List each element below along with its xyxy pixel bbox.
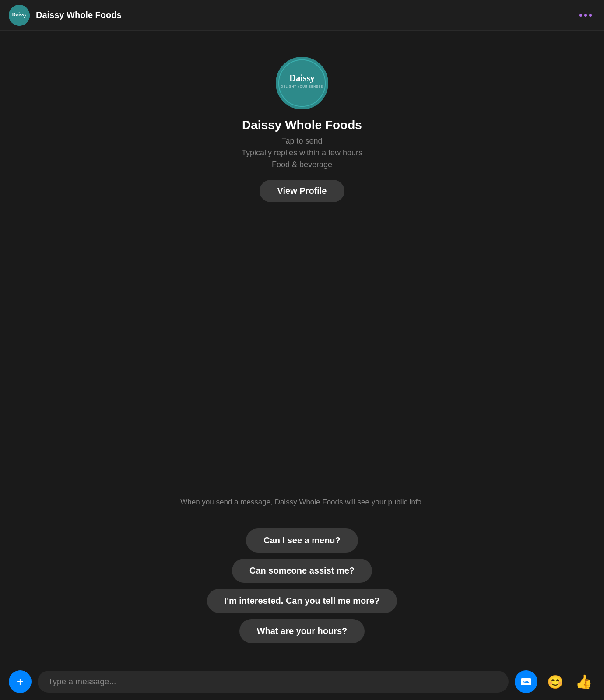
quick-reply-hours[interactable]: What are your hours? [239,619,365,643]
bottom-section: When you send a message, Daissy Whole Fo… [0,489,604,656]
svg-text:Daissy: Daissy [289,73,315,83]
profile-name: Daissy Whole Foods [242,118,362,132]
profile-avatar: Daissy DELIGHT YOUR SENSES [276,57,328,109]
gif-button[interactable]: GIF [515,670,537,693]
svg-text:GIF: GIF [523,680,530,684]
svg-text:Daissy: Daissy [12,11,26,18]
header-title: Daissy Whole Foods [36,10,122,20]
dot-icon [589,14,592,17]
quick-reply-assist[interactable]: Can someone assist me? [232,559,372,583]
avatar[interactable]: Daissy [9,5,30,26]
header-left: Daissy Daissy Whole Foods [9,5,122,26]
profile-category: Food & beverage [272,160,332,169]
view-profile-button[interactable]: View Profile [260,180,344,202]
quick-replies: Can I see a menu? Can someone assist me?… [0,524,604,656]
input-icons: GIF 😊 👍 [515,670,595,693]
dot-icon [579,14,582,17]
quick-reply-interested[interactable]: I'm interested. Can you tell me more? [207,589,397,613]
dot-icon [584,14,587,17]
header: Daissy Daissy Whole Foods [0,0,604,31]
main-content: Daissy DELIGHT YOUR SENSES Daissy Whole … [0,31,604,700]
message-input[interactable] [48,677,498,686]
svg-text:DELIGHT YOUR SENSES: DELIGHT YOUR SENSES [281,85,323,88]
add-button[interactable]: + [9,670,32,693]
public-info-notice: When you send a message, Daissy Whole Fo… [172,489,432,515]
message-input-wrapper [38,671,509,693]
profile-subtitle: Tap to send [281,136,322,146]
emoji-button[interactable]: 😊 [544,670,566,693]
like-button[interactable]: 👍 [572,670,595,693]
quick-reply-menu[interactable]: Can I see a menu? [246,528,358,553]
input-area: + GIF 😊 👍 [0,663,604,700]
more-options-button[interactable] [576,10,595,20]
profile-response-time: Typically replies within a few hours [242,148,362,158]
profile-section: Daissy DELIGHT YOUR SENSES Daissy Whole … [233,31,371,220]
avatar-inner: Daissy [9,5,30,26]
